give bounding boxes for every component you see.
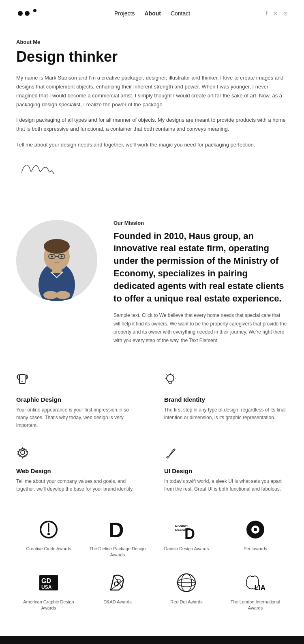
award-name-danish: Danish Design Awards — [164, 546, 209, 552]
nav-contact[interactable]: Contact — [171, 10, 190, 17]
svg-text:USA: USA — [41, 584, 52, 590]
services-section: Graphic Design Your online appearance is… — [0, 357, 304, 501]
mission-content: Our Mission Founded in 2010, Haus group,… — [113, 220, 288, 345]
svg-point-27 — [47, 533, 50, 535]
person-portrait — [16, 220, 97, 301]
svg-text:D: D — [109, 519, 124, 541]
lightbulb-icon — [164, 373, 288, 390]
award-pentawards: Pentawards — [223, 517, 288, 558]
svg-text:GD: GD — [41, 577, 51, 584]
award-name-lia: The London International Awards — [223, 599, 288, 612]
award-danish: DANISH DESIGN D Danish Design Awards — [154, 517, 219, 558]
award-name-gd-usa: American Graphic Design Awards — [16, 599, 81, 612]
award-name-creative-circle: Creative Circle Awards — [26, 546, 71, 552]
services-grid: Graphic Design Your online appearance is… — [16, 373, 288, 493]
awards-section: Creative Circle Awards D The Dieline Pac… — [0, 501, 304, 636]
gd-usa-logo: GD USA — [36, 571, 61, 595]
lia-logo: LIA — [243, 571, 268, 595]
mobile-icon — [16, 373, 140, 390]
nav-projects[interactable]: Projects — [114, 10, 135, 17]
service-desc-web: Tell me about your company values and go… — [16, 478, 140, 493]
instagram-icon[interactable]: ⊙ — [283, 11, 288, 17]
about-paragraph-3: Tell me about your design needs and toge… — [16, 140, 288, 149]
pentawards-logo — [243, 517, 268, 542]
about-paragraph-2: I design packaging of all types and for … — [16, 116, 288, 134]
dieline-logo: D — [105, 517, 130, 542]
svg-point-25 — [21, 450, 25, 454]
svg-line-23 — [173, 375, 174, 375]
svg-point-3 — [53, 172, 54, 174]
reddot-logo — [174, 571, 199, 595]
facebook-icon[interactable]: f — [266, 10, 268, 17]
svg-point-15 — [56, 291, 70, 299]
award-dieline: D The Dieline Package Design Awards — [85, 517, 150, 558]
award-creative-circle: Creative Circle Awards — [16, 517, 81, 558]
mission-section: Our Mission Founded in 2010, Haus group,… — [0, 208, 304, 357]
service-ui-design: UI Design In today's swift world, a slee… — [164, 446, 288, 493]
svg-point-1 — [25, 11, 30, 16]
creative-circle-logo — [36, 517, 61, 542]
service-desc-ui: In today's swift world, a sleek UI is wh… — [164, 478, 288, 493]
awards-row-2: GD USA American Graphic Design Awards D&… — [16, 571, 288, 612]
nav-links: Projects About Contact — [114, 10, 190, 17]
nav-social: f ✕ ⊙ — [266, 10, 288, 17]
svg-text:LIA: LIA — [254, 584, 265, 592]
mission-text: Sample text. Click to We believe that ev… — [113, 311, 288, 345]
footer: Number, Street Name City, Country, Zip C… — [0, 636, 304, 644]
pencil-icon — [164, 446, 288, 462]
about-section: About Me Design thinker My name is Mark … — [0, 27, 304, 204]
service-name-graphic: Graphic Design — [16, 396, 140, 403]
award-reddot: Red Dot Awards — [154, 571, 219, 612]
about-title: Design thinker — [16, 48, 288, 65]
dad-logo — [105, 571, 130, 595]
awards-row-1: Creative Circle Awards D The Dieline Pac… — [16, 517, 288, 558]
award-dad: D&AD Awards — [85, 571, 150, 612]
service-name-web: Web Design — [16, 467, 140, 474]
svg-point-2 — [33, 9, 36, 12]
svg-point-12 — [51, 255, 53, 257]
twitter-x-icon[interactable]: ✕ — [273, 11, 278, 17]
award-name-dad: D&AD Awards — [103, 599, 132, 605]
about-paragraph-1: My name is Mark Stanson and I'm a creati… — [16, 73, 288, 109]
service-web-design: Web Design Tell me about your company va… — [16, 446, 140, 493]
mission-label: Our Mission — [113, 220, 288, 226]
award-gd-usa: GD USA American Graphic Design Awards — [16, 571, 81, 612]
danish-logo: DANISH DESIGN D — [174, 517, 199, 542]
mission-title: Founded in 2010, Haus group, an innovati… — [113, 230, 288, 305]
nav-logo — [16, 7, 39, 19]
svg-text:D: D — [184, 526, 195, 541]
service-desc-graphic: Your online appearance is your first imp… — [16, 406, 140, 430]
service-brand-identity: Brand Identity The first step in any typ… — [164, 373, 288, 430]
service-graphic-design: Graphic Design Your online appearance is… — [16, 373, 140, 430]
award-name-reddot: Red Dot Awards — [170, 599, 202, 605]
svg-point-0 — [18, 11, 23, 16]
nav-about[interactable]: About — [145, 10, 161, 17]
service-desc-brand: The first step in any type of design, re… — [164, 406, 288, 422]
award-name-pentawards: Pentawards — [244, 546, 267, 552]
service-name-brand: Brand Identity — [164, 396, 288, 403]
navigation: Projects About Contact f ✕ ⊙ — [0, 0, 304, 27]
svg-point-8 — [44, 239, 70, 254]
about-label: About Me — [16, 39, 288, 45]
signature — [16, 157, 288, 183]
gear-icon — [16, 446, 140, 462]
service-name-ui: UI Design — [164, 467, 288, 474]
svg-line-24 — [167, 375, 167, 375]
award-lia: LIA The London International Awards — [223, 571, 288, 612]
svg-point-13 — [61, 255, 63, 257]
award-name-dieline: The Dieline Package Design Awards — [85, 546, 150, 558]
svg-point-35 — [254, 528, 257, 531]
svg-point-18 — [167, 375, 174, 382]
